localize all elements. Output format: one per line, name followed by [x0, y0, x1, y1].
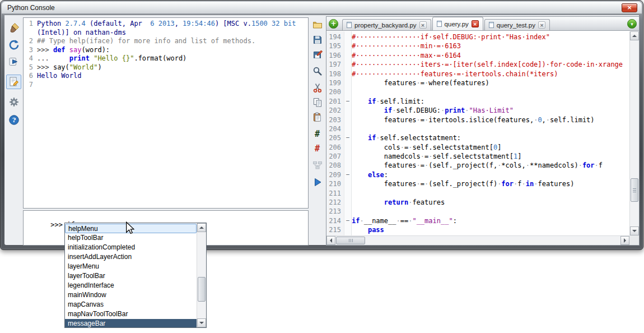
- import-class-icon: [8, 39, 20, 50]
- fold-margin: [344, 189, 352, 198]
- fold-margin: [344, 161, 352, 170]
- autocomplete-item[interactable]: messageBar: [65, 319, 197, 327]
- autocomplete-item[interactable]: legendInterface: [65, 281, 197, 290]
- help-icon: ?: [8, 114, 20, 126]
- editor-line[interactable]: 200: [326, 87, 629, 96]
- tab-close-icon[interactable]: ×: [419, 21, 427, 29]
- close-icon: ×: [627, 4, 632, 11]
- editor-line[interactable]: 195#················min·=·6163: [326, 41, 629, 50]
- editor-code-area[interactable]: 194#················if·self.DEBUG:·print…: [326, 31, 629, 235]
- clear-console-button[interactable]: [6, 21, 21, 35]
- editor-horizontal-scrollbar[interactable]: [326, 235, 629, 245]
- editor-line[interactable]: 196#················max·=·6164: [326, 51, 629, 60]
- cut-button[interactable]: [310, 81, 324, 95]
- line-number: 211: [326, 189, 344, 198]
- fold-margin: [344, 106, 352, 115]
- tab-query_test.py[interactable]: query_test.py×: [484, 19, 550, 30]
- fold-marker-icon[interactable]: −: [344, 170, 352, 179]
- show-editor-button[interactable]: [6, 75, 21, 89]
- fold-margin: [344, 207, 352, 216]
- editor-line[interactable]: 215 pass: [326, 225, 629, 234]
- tab-close-icon[interactable]: ×: [472, 20, 479, 27]
- autocomplete-item[interactable]: insertAddLayerAction: [65, 252, 197, 262]
- editor-line[interactable]: 208 features·=·(self._project(f,·*cols,·…: [326, 161, 629, 170]
- tab-list-button[interactable]: ▾: [627, 19, 637, 29]
- copy-button[interactable]: [310, 96, 324, 109]
- close-button[interactable]: ×: [622, 3, 637, 12]
- autocomplete-item[interactable]: mainWindow: [65, 290, 197, 300]
- options-button[interactable]: [6, 95, 21, 109]
- fold-marker-icon[interactable]: −: [344, 133, 352, 142]
- editor-line[interactable]: 198#················features·=·itertools…: [326, 70, 629, 78]
- help-button[interactable]: ?: [6, 113, 21, 127]
- autocomplete-scrollbar[interactable]: [197, 223, 206, 327]
- editor-line[interactable]: 212 return·features: [326, 198, 629, 207]
- comment-icon: #: [315, 130, 320, 138]
- scroll-up-arrow[interactable]: [197, 223, 206, 232]
- find-icon: [312, 66, 323, 76]
- paste-button[interactable]: [310, 110, 324, 124]
- run-script-button[interactable]: [310, 175, 324, 189]
- mouse-cursor: [125, 221, 134, 235]
- console-line[interactable]: 1Python 2.7.4 (default, Apr 6 2013, 19:5…: [25, 20, 308, 29]
- tab-property_backyard.py[interactable]: property_backyard.py×: [342, 19, 431, 30]
- fold-marker-icon[interactable]: −: [344, 216, 352, 225]
- run-command-button[interactable]: [6, 54, 21, 69]
- editor-line[interactable]: 213: [326, 207, 629, 216]
- console-line[interactable]: 2## Type help(iface) for more info and l…: [25, 37, 308, 46]
- editor-line[interactable]: 214−if·__name__·==·"__main__":: [326, 216, 629, 225]
- editor-line[interactable]: 194#················if·self.DEBUG:·print…: [326, 33, 629, 41]
- editor-line[interactable]: 206 cols·=·self.selectstatment[0]: [326, 143, 629, 152]
- console-line[interactable]: 5>>> say("World"): [25, 63, 308, 72]
- autocomplete-scrollbar-thumb[interactable]: [198, 277, 206, 302]
- find-button[interactable]: [310, 64, 324, 78]
- save-as-button[interactable]: [310, 48, 324, 61]
- console-line[interactable]: 4... print "Hello {}".format(word): [25, 54, 308, 63]
- scroll-right-arrow[interactable]: [620, 236, 629, 245]
- tab-query.py[interactable]: query.py×: [432, 17, 483, 30]
- code-text: if·self.limit:: [352, 97, 629, 106]
- code-text: features·=·itertools.islice(features,·0,…: [352, 115, 629, 124]
- open-file-icon: [312, 20, 323, 30]
- open-file-button[interactable]: [310, 18, 324, 32]
- new-tab-button[interactable]: +: [329, 19, 338, 29]
- tab-close-icon[interactable]: ×: [538, 21, 545, 29]
- uncomment-button[interactable]: #: [310, 142, 324, 155]
- autocomplete-item[interactable]: mapNavToolToolBar: [65, 309, 197, 319]
- autocomplete-item[interactable]: layerToolBar: [65, 271, 197, 281]
- scroll-left-arrow[interactable]: [326, 236, 335, 245]
- autocomplete-item[interactable]: layerMenu: [65, 262, 197, 271]
- comment-button[interactable]: #: [310, 127, 324, 141]
- console-line[interactable]: 6Hello World: [25, 72, 308, 81]
- editor-line[interactable]: 202 if·self.DEBUG:·print·"Has·Limit": [326, 106, 629, 115]
- object-inspector-button[interactable]: [310, 159, 324, 172]
- vertical-scrollbar-thumb[interactable]: [631, 178, 638, 202]
- editor-line[interactable]: 201− if·self.limit:: [326, 97, 629, 106]
- horizontal-scrollbar-thumb[interactable]: [336, 237, 365, 244]
- console-line[interactable]: 7: [25, 81, 308, 90]
- save-button[interactable]: [310, 33, 324, 47]
- fold-marker-icon[interactable]: −: [344, 97, 352, 106]
- console-output-panel[interactable]: 1Python 2.7.4 (default, Apr 6 2013, 19:5…: [23, 17, 309, 209]
- autocomplete-item[interactable]: mapCanvas: [65, 300, 197, 309]
- import-class-button[interactable]: [6, 38, 21, 52]
- editor-line[interactable]: 205− if·self.selectstatment:: [326, 133, 629, 142]
- editor-line[interactable]: 207 namedcols·=·self.selectstatment[1]: [326, 152, 629, 161]
- fold-margin: [344, 51, 352, 60]
- console-line[interactable]: 3>>> def say(word):: [25, 46, 308, 55]
- scroll-up-arrow[interactable]: [630, 31, 639, 40]
- editor-line[interactable]: 203 features·=·itertools.islice(features…: [326, 115, 629, 124]
- line-number: 214: [326, 216, 344, 225]
- editor-line[interactable]: 210 features·=·(self._project(f)·for·f·i…: [326, 179, 629, 188]
- editor-line[interactable]: 199 features·=·where(features): [326, 78, 629, 87]
- console-line[interactable]: (Intel)] on nathan-dms: [25, 29, 308, 38]
- editor-line[interactable]: 211: [326, 189, 629, 198]
- editor-line[interactable]: 209− else:: [326, 170, 629, 179]
- editor-vertical-scrollbar[interactable]: [629, 31, 639, 235]
- scroll-down-arrow[interactable]: [630, 226, 639, 235]
- editor-line[interactable]: 204: [326, 124, 629, 133]
- scroll-down-arrow[interactable]: [197, 318, 206, 327]
- title-bar[interactable]: Python Console ×: [2, 2, 642, 14]
- autocomplete-item[interactable]: initializationCompleted: [65, 243, 197, 252]
- editor-line[interactable]: 197#················iters·=·[iter(self.i…: [326, 60, 629, 69]
